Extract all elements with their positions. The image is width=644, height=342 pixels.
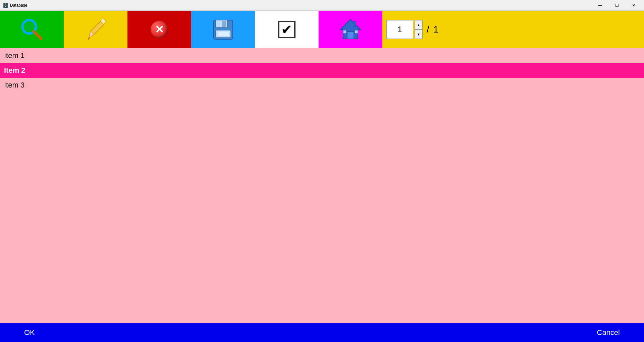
check-button[interactable]: ✔ xyxy=(255,11,319,48)
svg-line-6 xyxy=(88,37,90,40)
page-input-wrapper xyxy=(386,20,413,39)
list-item-label: Item 1 xyxy=(4,51,24,60)
page-separator: / xyxy=(424,24,432,35)
pagination-area: ▲ ▼ / 1 xyxy=(382,11,644,48)
svg-rect-16 xyxy=(353,21,356,27)
svg-rect-9 xyxy=(222,21,226,27)
floppy-icon xyxy=(212,19,234,41)
title-bar-controls: — ☐ ✕ xyxy=(592,0,641,10)
window-title: Database xyxy=(10,3,592,8)
svg-rect-15 xyxy=(355,30,358,34)
svg-rect-14 xyxy=(343,30,346,34)
page-input[interactable] xyxy=(386,20,413,39)
edit-button[interactable] xyxy=(64,11,127,48)
main-window: ✕ ✔ xyxy=(0,11,644,342)
title-bar: 🗄️ Database — ☐ ✕ xyxy=(0,0,644,11)
close-button[interactable]: ✕ xyxy=(626,0,641,10)
list-item-label: Item 3 xyxy=(4,81,24,90)
delete-button[interactable]: ✕ xyxy=(127,11,191,48)
svg-rect-11 xyxy=(218,32,229,36)
save-button[interactable] xyxy=(191,11,255,48)
page-up-button[interactable]: ▲ xyxy=(415,20,423,30)
house-icon xyxy=(339,18,362,41)
list-item-selected[interactable]: Item 2 xyxy=(0,63,644,78)
search-icon xyxy=(20,18,44,41)
home-button[interactable] xyxy=(319,11,382,48)
content-area: Item 1 Item 2 Item 3 xyxy=(0,48,644,323)
list-item[interactable]: Item 3 xyxy=(0,78,644,93)
svg-point-1 xyxy=(25,22,34,31)
toolbar: ✕ ✔ xyxy=(0,11,644,48)
checkbox-icon: ✔ xyxy=(278,21,296,38)
x-icon: ✕ xyxy=(151,21,168,38)
pencil-icon xyxy=(86,18,106,41)
maximize-button[interactable]: ☐ xyxy=(609,0,625,10)
list-item[interactable]: Item 1 xyxy=(0,48,644,63)
app-icon: 🗄️ xyxy=(3,3,8,8)
page-down-button[interactable]: ▼ xyxy=(415,30,423,39)
svg-rect-13 xyxy=(347,32,354,39)
minimize-button[interactable]: — xyxy=(592,0,608,10)
page-spinners: ▲ ▼ xyxy=(415,20,423,39)
search-button[interactable] xyxy=(0,11,64,48)
page-total: 1 xyxy=(433,24,439,35)
footer: OK Cancel xyxy=(0,323,644,342)
cancel-button[interactable]: Cancel xyxy=(586,326,631,340)
list-item-label: Item 2 xyxy=(4,66,25,75)
svg-line-2 xyxy=(34,32,41,39)
ok-button[interactable]: OK xyxy=(13,326,46,340)
